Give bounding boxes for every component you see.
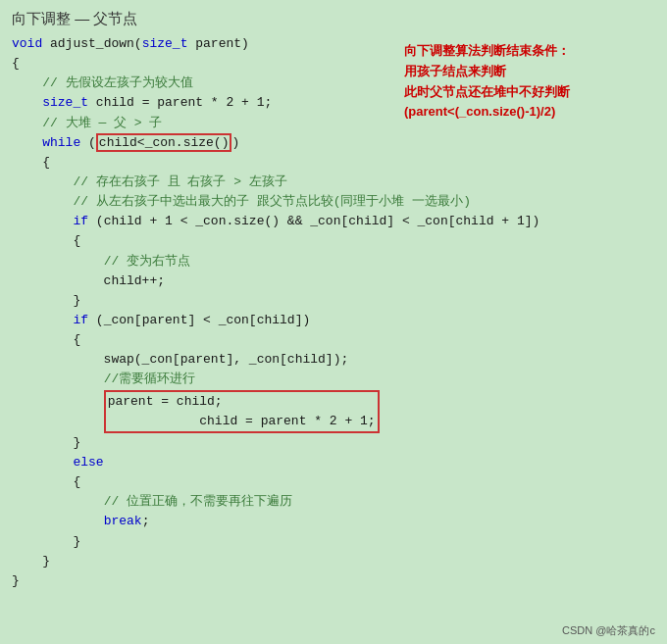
code-line-11: // 变为右节点 — [12, 252, 394, 272]
code-line-18: } — [12, 433, 394, 453]
code-block: void adjust_down(size_t parent) { // 先假设… — [12, 34, 394, 591]
code-line-4: size_t child = parent * 2 + 1; — [12, 93, 394, 113]
code-line-break: break; — [12, 512, 394, 531]
code-line-19: { — [12, 472, 394, 492]
code-line-23: } — [12, 571, 394, 591]
code-line-15: { — [12, 330, 394, 350]
code-line-7: // 存在右孩子 且 右孩子 > 左孩子 — [12, 173, 394, 192]
code-line-parent-assign: parent = child; child = parent * 2 + 1; — [12, 390, 394, 433]
footer-label: CSDN @哈茶真的c — [562, 623, 655, 638]
code-line-17: //需要循环进行 — [12, 370, 394, 389]
title: 向下调整 — 父节点 — [12, 10, 655, 28]
annotation-block: 向下调整算法判断结束条件： 用孩子结点来判断 此时父节点还在堆中不好判断 (pa… — [404, 41, 659, 123]
code-line-8: // 从左右孩子中选出最大的子 跟父节点比较(同理于小堆 一选最小) — [12, 192, 394, 212]
code-line-1: void adjust_down(size_t parent) — [12, 34, 394, 54]
code-line-while: while (child<_con.size()) — [12, 133, 394, 153]
code-column: void adjust_down(size_t parent) { // 先假设… — [12, 34, 394, 591]
code-line-12: child++; — [12, 272, 394, 291]
annotation-line4: (parent<(_con.size()-1)/2) — [404, 104, 555, 119]
main-container: 向下调整 — 父节点 void adjust_down(size_t paren… — [0, 0, 667, 644]
code-line-9: if (child + 1 < _con.size() && _con[chil… — [12, 212, 394, 231]
code-line-else: else — [12, 453, 394, 472]
code-line-20: // 位置正确，不需要再往下遍历 — [12, 492, 394, 512]
code-line-10: { — [12, 231, 394, 251]
code-line-5: // 大堆 — 父 > 子 — [12, 114, 394, 133]
code-line-14: if (_con[parent] < _con[child]) — [12, 311, 394, 330]
code-line-3: // 先假设左孩子为较大值 — [12, 74, 394, 93]
code-line-22: } — [12, 552, 394, 571]
code-line-21: } — [12, 532, 394, 552]
code-line-13: } — [12, 291, 394, 311]
annotation-line3: 此时父节点还在堆中不好判断 — [404, 84, 570, 99]
code-line-16: swap(_con[parent], _con[child]); — [12, 350, 394, 370]
code-line-2: { — [12, 54, 394, 74]
annotation-line2: 用孩子结点来判断 — [404, 64, 506, 78]
annotation-line1: 向下调整算法判断结束条件： — [404, 43, 570, 58]
code-line-6: { — [12, 153, 394, 173]
while-condition-highlight: child<_con.size() — [96, 133, 232, 152]
